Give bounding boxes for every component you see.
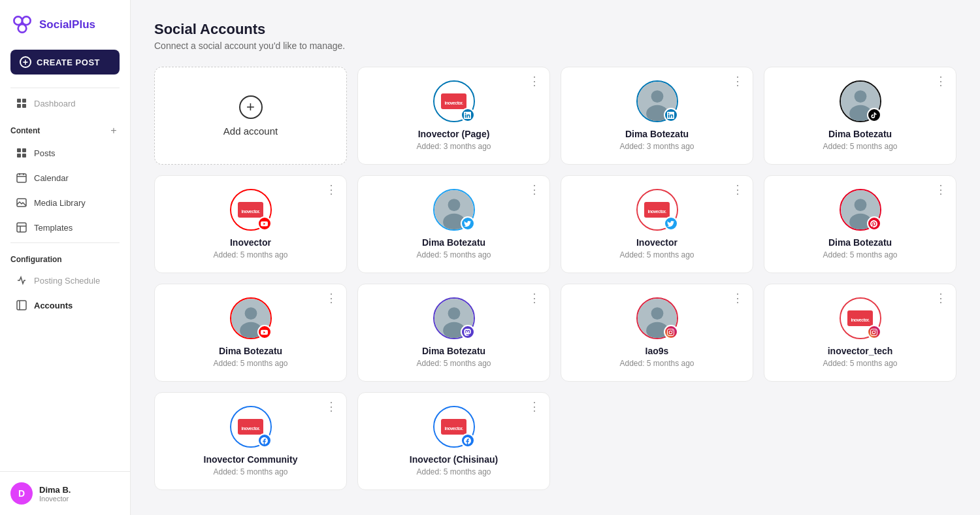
account-added-date: Added: 5 months ago: [416, 359, 491, 368]
svg-point-31: [854, 199, 866, 211]
sidebar-item-dashboard[interactable]: Dashboard: [5, 91, 125, 115]
card-menu-button[interactable]: ⋮: [323, 182, 340, 197]
account-card: ⋮ Dima Botezatu Added: 5 months ago: [357, 175, 550, 273]
account-card: ⋮ Dima Botezatu Added: 5 months ago: [764, 67, 956, 165]
card-menu-button[interactable]: ⋮: [323, 291, 340, 305]
account-card: ⋮ Dima Botezatu Added: 5 months ago: [764, 175, 956, 273]
user-info: Dima B. Inovector: [39, 485, 71, 503]
card-menu-button[interactable]: ⋮: [729, 74, 746, 88]
card-avatar-wrap: inovector.: [840, 297, 881, 339]
app-name: SocialPlus: [39, 18, 95, 31]
card-menu-button[interactable]: ⋮: [729, 182, 746, 197]
posting-schedule-icon: [16, 274, 27, 286]
social-badge-instagram: [867, 325, 881, 339]
social-badge-facebook: [461, 433, 475, 448]
sidebar-item-accounts[interactable]: Accounts: [5, 293, 125, 317]
account-card: ⋮ inovector. Inovector Community Added: …: [154, 392, 347, 490]
account-name: Inovector Community: [204, 454, 298, 465]
account-card: ⋮ inovector. Inovector (Page) Added: 3 m…: [357, 67, 550, 165]
add-account-card[interactable]: + Add account: [154, 67, 347, 165]
card-menu-button[interactable]: ⋮: [526, 399, 543, 414]
account-added-date: Added: 5 months ago: [213, 467, 287, 476]
card-menu-button[interactable]: ⋮: [526, 291, 543, 305]
card-menu-button[interactable]: ⋮: [526, 182, 543, 197]
svg-rect-19: [17, 301, 26, 310]
posts-icon: [16, 147, 27, 159]
account-added-date: Added: 3 months ago: [619, 142, 694, 151]
card-avatar-wrap: [840, 189, 881, 231]
account-name: Dima Botezatu: [219, 346, 282, 356]
content-section-label: Content +: [0, 116, 130, 141]
account-name: Dima Botezatu: [828, 129, 892, 139]
sidebar-item-templates[interactable]: Templates: [5, 216, 125, 239]
sidebar-item-calendar[interactable]: Calendar: [5, 166, 125, 190]
account-added-date: Added: 5 months ago: [213, 359, 287, 368]
account-name: Iao9s: [645, 346, 669, 356]
logo-icon: [10, 13, 34, 37]
account-added-date: Added: 5 months ago: [823, 142, 897, 151]
svg-point-28: [448, 199, 460, 211]
card-avatar-wrap: [636, 297, 678, 339]
accounts-label: Accounts: [34, 301, 73, 310]
account-name: Dima Botezatu: [422, 237, 485, 248]
card-avatar-wrap: [840, 80, 881, 122]
card-menu-button[interactable]: ⋮: [932, 291, 949, 305]
logo-area: SocialPlus: [0, 0, 130, 50]
social-badge-linkedin: [664, 108, 678, 122]
account-card: ⋮ Iao9s Added: 5 months ago: [561, 284, 753, 382]
account-card: ⋮ inovector. Inovector Added: 5 months a…: [561, 175, 753, 273]
card-menu-button[interactable]: ⋮: [932, 182, 949, 197]
dashboard-icon: [16, 97, 27, 109]
content-add-button[interactable]: +: [108, 125, 120, 137]
account-added-date: Added: 5 months ago: [823, 250, 897, 259]
svg-rect-6: [22, 104, 26, 108]
account-name: Dima Botezatu: [422, 346, 485, 356]
svg-rect-10: [22, 154, 26, 158]
svg-rect-8: [22, 148, 26, 152]
svg-point-37: [448, 307, 460, 320]
svg-rect-16: [17, 223, 26, 232]
card-avatar-wrap: [230, 297, 272, 339]
card-avatar-wrap: [433, 297, 475, 339]
card-menu-button[interactable]: ⋮: [729, 291, 746, 305]
posting-schedule-label: Posting Schedule: [34, 276, 100, 286]
account-name: Dima Botezatu: [625, 129, 689, 139]
account-added-date: Added: 5 months ago: [619, 359, 694, 368]
svg-rect-5: [17, 104, 21, 108]
svg-rect-11: [17, 174, 26, 182]
sidebar-divider-1: [10, 88, 120, 88]
svg-point-22: [651, 90, 663, 103]
account-name: Dima Botezatu: [828, 237, 892, 248]
account-name: Inovector (Page): [418, 129, 490, 139]
svg-rect-3: [17, 99, 21, 103]
user-name: Dima B.: [39, 485, 71, 495]
accounts-grid: + Add account ⋮ inovector. Inovector (Pa…: [154, 67, 956, 490]
account-name: Inovector: [230, 237, 271, 248]
account-card: ⋮ Dima Botezatu Added: 5 months ago: [357, 284, 550, 382]
media-library-icon: [16, 197, 27, 208]
account-added-date: Added: 5 months ago: [213, 250, 287, 259]
card-avatar-wrap: inovector.: [433, 406, 475, 448]
sidebar-item-posting-schedule[interactable]: Posting Schedule: [5, 269, 125, 292]
create-post-icon: +: [20, 56, 31, 68]
account-added-date: Added: 5 months ago: [416, 467, 491, 476]
card-menu-button[interactable]: ⋮: [932, 74, 949, 88]
card-menu-button[interactable]: ⋮: [323, 399, 340, 414]
sidebar-item-media-library[interactable]: Media Library: [5, 191, 125, 214]
user-profile-area: D Dima B. Inovector: [0, 471, 130, 515]
media-library-label: Media Library: [34, 198, 86, 208]
calendar-label: Calendar: [34, 173, 69, 183]
card-menu-button[interactable]: ⋮: [526, 74, 543, 88]
svg-rect-9: [17, 154, 21, 158]
card-avatar-wrap: inovector.: [230, 406, 272, 448]
account-added-date: Added: 5 months ago: [619, 250, 694, 259]
social-badge-instagram: [664, 325, 678, 339]
create-post-button[interactable]: + CREATE POST: [10, 50, 120, 75]
svg-point-2: [18, 24, 27, 33]
account-added-date: Added: 5 months ago: [823, 359, 897, 368]
account-card: ⋮ inovector. Inovector (Chisinau) Added:…: [357, 392, 550, 490]
account-name: Inovector (Chisinau): [410, 454, 498, 465]
sidebar-item-posts[interactable]: Posts: [5, 141, 125, 165]
page-title: Social Accounts: [154, 21, 956, 38]
account-added-date: Added: 3 months ago: [416, 142, 491, 151]
